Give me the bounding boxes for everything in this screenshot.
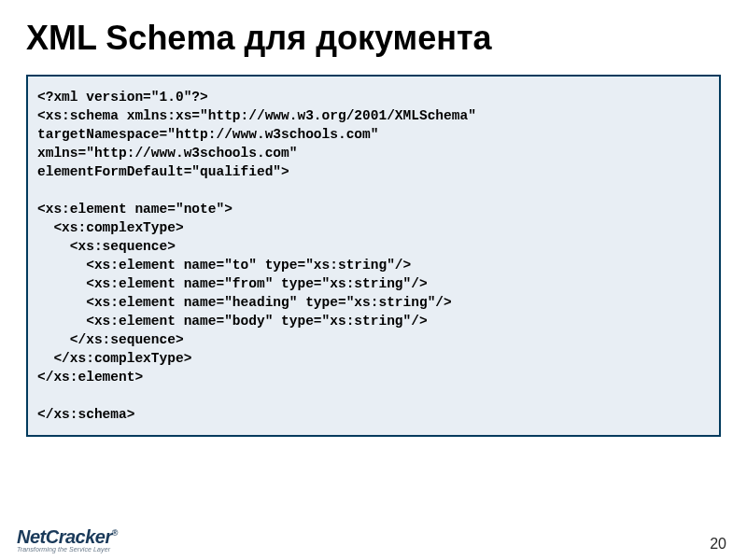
slide-title: XML Schema для документа — [0, 0, 747, 58]
logo-text: NetCracker — [17, 526, 112, 547]
logo-registered: ® — [112, 528, 118, 538]
code-content: <?xml version="1.0"?> <xs:schema xmlns:x… — [37, 88, 710, 424]
logo: NetCracker® Transforming the Service Lay… — [17, 526, 118, 553]
logo-tagline: Transforming the Service Layer — [17, 546, 118, 553]
code-block: <?xml version="1.0"?> <xs:schema xmlns:x… — [26, 75, 721, 437]
page-number: 20 — [710, 536, 726, 553]
footer: NetCracker® Transforming the Service Lay… — [17, 526, 726, 553]
logo-main: NetCracker® — [17, 526, 118, 548]
